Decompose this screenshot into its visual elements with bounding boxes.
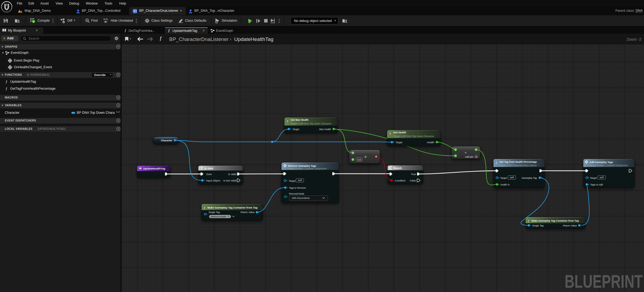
svg-text:BLUEPRINT: BLUEPRINT	[565, 271, 643, 292]
svg-text:0.0: 0.0	[357, 158, 361, 161]
svg-text:With Descendants: With Descendants	[292, 197, 310, 199]
svg-text:?: ?	[201, 166, 203, 170]
svg-text:Target: Target	[396, 141, 402, 144]
svg-text:Target is BP DNA Top Down Char: Target is BP DNA Top Down Character	[393, 135, 434, 138]
svg-text:Target is BP DNA Top Down Char: Target is BP DNA Top Down Character	[291, 122, 332, 125]
svg-text:Is Not Valid: Is Not Valid	[223, 179, 236, 182]
svg-text:Tags to Add: Tags to Add	[590, 183, 603, 186]
svg-text:Tags to Remove: Tags to Remove	[289, 186, 306, 189]
svg-text:Single Tag: Single Tag	[532, 224, 543, 227]
svg-text:self: self	[510, 176, 514, 179]
svg-text:Single Tag: Single Tag	[209, 211, 220, 214]
svg-text:Condition: Condition	[395, 179, 406, 182]
svg-text:Get Tag from Health Percentage: Get Tag from Health Percentage	[499, 161, 537, 163]
svg-text:Return Value: Return Value	[563, 224, 577, 227]
svg-text:self: self	[600, 176, 604, 179]
svg-text:Is Valid: Is Valid	[205, 167, 213, 170]
svg-text:Exec: Exec	[206, 173, 212, 176]
svg-text:C: C	[133, 9, 136, 13]
svg-text:Character: Character	[161, 139, 172, 142]
svg-text:Make Gameplay Tag Container fr: Make Gameplay Tag Container from Tag	[207, 206, 257, 209]
svg-text:Target is BP Character Dna Lis: Target is BP Character Dna Listener	[499, 164, 537, 167]
svg-text:÷: ÷	[465, 151, 467, 155]
svg-text:Target: Target	[590, 176, 597, 179]
svg-text:Add Gameplay Tags: Add Gameplay Tags	[589, 161, 613, 164]
svg-text:>: >	[364, 155, 367, 159]
svg-text:True: True	[411, 173, 416, 176]
svg-text:Target: Target	[292, 128, 299, 131]
svg-text:Remove Gameplay Tags: Remove Gameplay Tags	[288, 165, 316, 167]
svg-text:Input Object: Input Object	[206, 179, 220, 182]
svg-text:Return Value: Return Value	[241, 211, 254, 214]
svg-text:Get Max Health: Get Max Health	[291, 119, 308, 121]
svg-text:Add pin: Add pin	[465, 156, 473, 158]
svg-text:Branch: Branch	[394, 167, 402, 170]
svg-text:UpdateHealthTag: UpdateHealthTag	[143, 167, 165, 170]
svg-text:Get Health: Get Health	[393, 131, 406, 134]
svg-text:Target: Target	[289, 179, 295, 182]
svg-text:Target is DNA - Listener Compo: Target is DNA - Listener Component	[288, 167, 327, 170]
svg-text:Max Health: Max Health	[319, 128, 331, 131]
svg-text:Target: Target	[500, 176, 507, 179]
svg-text:DNADemo.Health: DNADemo.Health	[211, 215, 226, 218]
svg-text:Make Gameplay Tag Container fr: Make Gameplay Tag Container from Tag	[531, 219, 579, 222]
svg-text:Removal Mode: Removal Mode	[289, 192, 304, 195]
svg-text:self: self	[298, 179, 302, 182]
svg-text:Health %: Health %	[500, 183, 510, 186]
svg-text:Health: Health	[427, 141, 434, 144]
svg-text:False: False	[410, 179, 416, 182]
svg-text:Target is DNA - Listener Compo: Target is DNA - Listener Component	[589, 164, 628, 167]
svg-text:Is Valid: Is Valid	[228, 173, 236, 176]
svg-text:Gameplay Tag: Gameplay Tag	[522, 176, 537, 179]
